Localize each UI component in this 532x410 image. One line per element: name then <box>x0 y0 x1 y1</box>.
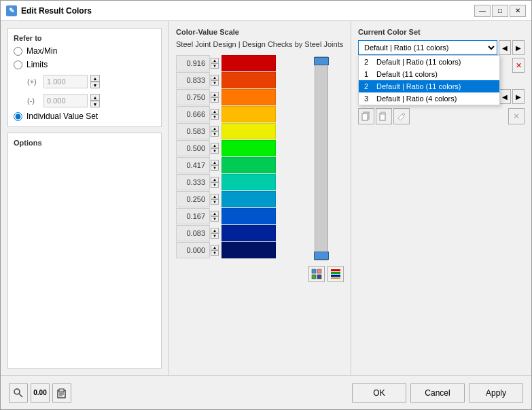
svg-rect-11 <box>381 112 385 114</box>
color-spin-up[interactable]: ▲ <box>211 211 219 216</box>
color-spin-down[interactable]: ▼ <box>211 80 219 86</box>
minus-input[interactable] <box>43 94 88 107</box>
minus-down-arrow[interactable]: ▼ <box>90 101 100 107</box>
color-spin-up[interactable]: ▲ <box>211 126 219 131</box>
color-spin-up[interactable]: ▲ <box>211 109 219 114</box>
close-button[interactable]: ✕ <box>510 5 526 17</box>
radio-individual-input[interactable] <box>14 112 22 121</box>
copy-icon-btn[interactable] <box>358 108 374 124</box>
plus-input[interactable] <box>43 75 88 88</box>
dropdown-item-3[interactable]: 3 Default | Ratio (4 colors) <box>359 92 499 105</box>
color-swatch[interactable] <box>221 191 276 207</box>
color-swatch[interactable] <box>221 174 276 190</box>
search-icon-btn[interactable] <box>9 383 28 403</box>
grid-icon-btn[interactable] <box>308 266 325 282</box>
color-spin-down[interactable]: ▼ <box>211 114 219 120</box>
bottom-icons <box>176 266 344 282</box>
color-spin-up[interactable]: ▲ <box>211 160 219 165</box>
dropdown-row: Default | Ratio (11 colors) Default (11 … <box>358 40 525 55</box>
color-swatch[interactable] <box>221 140 276 156</box>
color-spin-down[interactable]: ▼ <box>211 199 219 205</box>
color-spin-up[interactable]: ▲ <box>211 245 219 250</box>
color-swatch[interactable] <box>221 72 276 88</box>
dropdown-item-0[interactable]: 2 Default | Ratio (11 colors) <box>359 56 499 68</box>
color-spin-up[interactable]: ▲ <box>211 58 219 63</box>
color-set-close[interactable]: ✕ <box>512 58 525 73</box>
svg-line-13 <box>19 394 22 397</box>
value-prev-arrow[interactable]: ◀ <box>499 89 511 104</box>
color-swatch[interactable] <box>221 157 276 173</box>
color-value: 0.250 <box>176 191 210 207</box>
radio-maxmin-input[interactable] <box>14 47 22 56</box>
color-spin-up[interactable]: ▲ <box>211 177 219 182</box>
color-spin-up[interactable]: ▲ <box>211 194 219 199</box>
search-icon <box>13 388 24 398</box>
color-spin-down[interactable]: ▼ <box>211 233 219 239</box>
maximize-button[interactable]: □ <box>492 5 508 17</box>
color-spin-down[interactable]: ▼ <box>211 250 219 256</box>
color-spin-down[interactable]: ▼ <box>211 165 219 171</box>
color-spin-up[interactable]: ▲ <box>211 92 219 97</box>
slider-handle-bottom[interactable] <box>314 252 329 260</box>
color-spin-down[interactable]: ▼ <box>211 97 219 103</box>
apply-button[interactable]: Apply <box>469 383 523 403</box>
color-spin-up[interactable]: ▲ <box>211 75 219 80</box>
color-spin: ▲▼ <box>211 211 219 222</box>
right-panel: Current Color Set Default | Ratio (11 co… <box>351 21 531 375</box>
color-row: 0.916▲▼ <box>176 55 312 71</box>
color-swatch[interactable] <box>221 55 276 71</box>
action-icons-row: ✕ <box>358 108 525 124</box>
slider-handle-top[interactable] <box>314 57 329 65</box>
color-swatch[interactable] <box>221 242 276 258</box>
edit-icon-btn[interactable] <box>393 108 410 124</box>
color-swatch[interactable] <box>221 123 276 139</box>
color-swatch[interactable] <box>221 89 276 105</box>
next-arrow[interactable]: ▶ <box>512 40 525 55</box>
value-icon-btn[interactable]: 0.00 <box>31 383 50 403</box>
color-row: 0.333▲▼ <box>176 174 312 190</box>
color-spin: ▲▼ <box>211 245 219 256</box>
title-controls: — □ ✕ <box>474 5 526 17</box>
cancel-button[interactable]: Cancel <box>410 383 465 403</box>
dropdown-item-1[interactable]: 1 Default (11 colors) <box>359 68 499 80</box>
color-spin-down[interactable]: ▼ <box>211 148 219 154</box>
slider-track[interactable] <box>315 56 328 260</box>
color-value: 0.833 <box>176 72 210 88</box>
color-set-dropdown[interactable]: Default | Ratio (11 colors) Default (11 … <box>358 40 497 55</box>
color-swatch[interactable] <box>221 208 276 224</box>
color-swatch[interactable] <box>221 106 276 122</box>
color-row: 0.583▲▼ <box>176 123 312 139</box>
color-spin-up[interactable]: ▲ <box>211 228 219 233</box>
color-row: 0.167▲▼ <box>176 208 312 224</box>
dropdown-item-2[interactable]: 2 Default | Ratio (11 colors) <box>359 80 499 92</box>
palette-icon-btn[interactable] <box>327 266 344 282</box>
value-next-arrow[interactable]: ▶ <box>512 89 525 104</box>
color-row: 0.000▲▼ <box>176 242 312 258</box>
minus-spin-row: (-) ▲ ▼ <box>27 94 156 107</box>
edit-icon <box>397 112 406 121</box>
color-swatch[interactable] <box>221 225 276 241</box>
color-spin: ▲▼ <box>211 126 219 137</box>
plus-up-arrow[interactable]: ▲ <box>90 75 100 82</box>
radio-individual-label: Individual Value Set <box>26 112 98 121</box>
color-spin-down[interactable]: ▼ <box>211 216 219 222</box>
ok-button[interactable]: OK <box>352 383 406 403</box>
minus-up-arrow[interactable]: ▲ <box>90 94 100 101</box>
color-value: 0.417 <box>176 157 210 173</box>
color-spin-down[interactable]: ▼ <box>211 131 219 137</box>
clipboard-icon-btn[interactable] <box>52 383 71 403</box>
color-spin-up[interactable]: ▲ <box>211 143 219 148</box>
plus-down-arrow[interactable]: ▼ <box>90 82 100 88</box>
color-spin-down[interactable]: ▼ <box>211 182 219 188</box>
color-value: 0.333 <box>176 174 210 190</box>
svg-point-12 <box>14 389 20 394</box>
paste-icon-btn[interactable] <box>376 108 392 124</box>
prev-arrow[interactable]: ◀ <box>499 40 511 55</box>
radio-individual: Individual Value Set <box>14 112 156 121</box>
color-spin: ▲▼ <box>211 160 219 171</box>
minimize-button[interactable]: — <box>474 5 491 17</box>
delete-icon-btn[interactable]: ✕ <box>508 108 525 124</box>
color-spin-down[interactable]: ▼ <box>211 63 219 69</box>
radio-limits-input[interactable] <box>14 61 22 69</box>
slider-outer <box>315 56 328 260</box>
